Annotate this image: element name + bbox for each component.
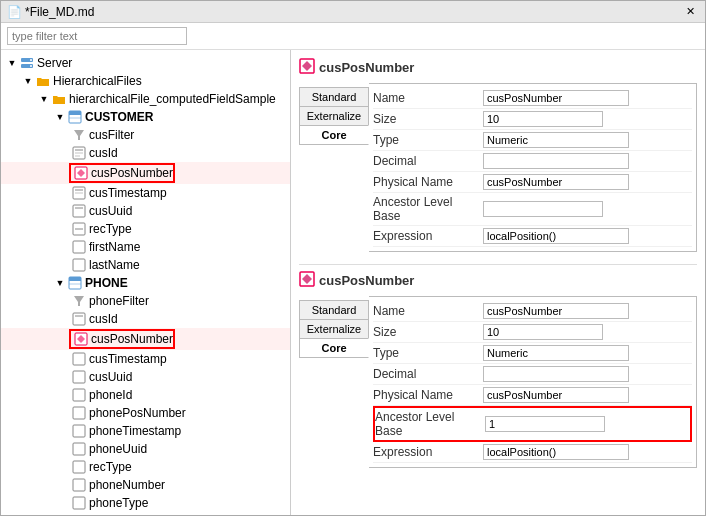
decimal-input[interactable]	[483, 153, 629, 169]
size2-input[interactable]	[483, 324, 603, 340]
svg-rect-21	[73, 259, 85, 271]
ancestor2-input[interactable]	[485, 416, 605, 432]
field-size-row: Size	[373, 109, 692, 130]
field-expr-row: Expression	[373, 226, 692, 247]
tree-item-server[interactable]: ▼ Server	[1, 54, 290, 72]
field2-decimal-row: Decimal	[373, 364, 692, 385]
section2-title-icon	[299, 271, 315, 290]
toggle-customer[interactable]: ▼	[53, 110, 67, 124]
firstname-icon	[71, 239, 87, 255]
tree-item-cusid[interactable]: cusId	[1, 144, 290, 162]
phonetimestamp-label: phoneTimestamp	[89, 424, 181, 438]
tree-item-phonetype[interactable]: phoneType	[1, 494, 290, 512]
name2-input[interactable]	[483, 303, 629, 319]
tree-item-phone[interactable]: ▼ PHONE	[1, 274, 290, 292]
tree-item-rectype[interactable]: recType	[1, 220, 290, 238]
tree-item-firstname[interactable]: firstName	[1, 238, 290, 256]
tree-item-phonenumber[interactable]: phoneNumber	[1, 476, 290, 494]
expr2-input[interactable]	[483, 444, 629, 460]
window-title: *File_MD.md	[25, 5, 678, 19]
tree-item-cusuuid[interactable]: cusUuid	[1, 202, 290, 220]
section2-title-text: cusPosNumber	[319, 273, 414, 288]
toggle-hf-sample[interactable]: ▼	[37, 92, 51, 106]
tree-item-phoneuuid[interactable]: phoneUuid	[1, 440, 290, 458]
type-input[interactable]	[483, 132, 629, 148]
lastname-icon	[71, 257, 87, 273]
toggle-hierarchicalfiles[interactable]: ▼	[21, 74, 35, 88]
rectype-label: recType	[89, 222, 132, 236]
field-decimal-row: Decimal	[373, 151, 692, 172]
type2-label: Type	[373, 346, 483, 360]
svg-marker-25	[74, 296, 84, 306]
toggle-server[interactable]: ▼	[5, 56, 19, 70]
ancestor-label: Ancestor Level Base	[373, 195, 483, 223]
tab1-externalize[interactable]: Externalize	[299, 106, 369, 125]
tab1-core[interactable]: Core	[299, 125, 369, 145]
filter-input[interactable]	[7, 27, 187, 45]
toggle-phone[interactable]: ▼	[53, 276, 67, 290]
svg-rect-34	[73, 443, 85, 455]
server-icon	[19, 55, 35, 71]
tree-item-phoneid[interactable]: phoneId	[1, 386, 290, 404]
tree-item-cusposnumber2[interactable]: cusPosNumber	[1, 328, 290, 350]
type2-input[interactable]	[483, 345, 629, 361]
server-label: Server	[37, 56, 72, 70]
svg-rect-32	[73, 407, 85, 419]
tree-item-phoneposnumber[interactable]: phonePosNumber	[1, 404, 290, 422]
tab2-core[interactable]: Core	[299, 338, 369, 358]
close-button[interactable]: ✕	[682, 4, 699, 19]
expr-input[interactable]	[483, 228, 629, 244]
rectype2-icon	[71, 459, 87, 475]
phoneposnumber-label: phonePosNumber	[89, 406, 186, 420]
tab1-standard[interactable]: Standard	[299, 87, 369, 106]
custimestamp2-icon	[71, 351, 87, 367]
size-label: Size	[373, 112, 483, 126]
filter-bar	[1, 23, 705, 50]
tree-item-lastname[interactable]: lastName	[1, 256, 290, 274]
name-label: Name	[373, 91, 483, 105]
tree-item-customer[interactable]: ▼ CUSTOMER	[1, 108, 290, 126]
tree-item-cusfilter[interactable]: cusFilter	[1, 126, 290, 144]
rectype-icon	[71, 221, 87, 237]
custimestamp-label: cusTimestamp	[89, 186, 167, 200]
cusid-label: cusId	[89, 146, 118, 160]
tab2-standard[interactable]: Standard	[299, 300, 369, 319]
section2-content: Standard Externalize Core Name Size	[299, 296, 697, 468]
section2-title: cusPosNumber	[299, 271, 697, 290]
field2-size-row: Size	[373, 322, 692, 343]
section1-content: Standard Externalize Core Name Size	[299, 83, 697, 252]
cusid-field-icon	[71, 145, 87, 161]
decimal2-label: Decimal	[373, 367, 483, 381]
tree-item-custimestamp[interactable]: cusTimestamp	[1, 184, 290, 202]
tree-item-cusposnumber1[interactable]: cusPosNumber	[1, 162, 290, 184]
phonetimestamp-icon	[71, 423, 87, 439]
tree-item-phonefilter[interactable]: phoneFilter	[1, 292, 290, 310]
tree-item-hierarchicalfiles[interactable]: ▼ HierarchicalFiles	[1, 72, 290, 90]
svg-rect-36	[73, 479, 85, 491]
decimal2-input[interactable]	[483, 366, 629, 382]
detail-panel: cusPosNumber Standard Externalize Core	[291, 50, 705, 515]
svg-rect-30	[73, 371, 85, 383]
svg-rect-31	[73, 389, 85, 401]
size-input[interactable]	[483, 111, 603, 127]
section1-tabs: Standard Externalize Core	[299, 83, 369, 252]
svg-point-3	[30, 65, 32, 67]
tree-item-custimestamp2[interactable]: cusTimestamp	[1, 350, 290, 368]
tab2-externalize[interactable]: Externalize	[299, 319, 369, 338]
name2-label: Name	[373, 304, 483, 318]
folder-blue-icon	[51, 91, 67, 107]
tree-item-cusid2[interactable]: cusId	[1, 310, 290, 328]
physname-input[interactable]	[483, 174, 629, 190]
expr-label: Expression	[373, 229, 483, 243]
cusfilter-label: cusFilter	[89, 128, 134, 142]
tree-item-rectype2[interactable]: recType	[1, 458, 290, 476]
physname2-input[interactable]	[483, 387, 629, 403]
tree-item-hf-sample[interactable]: ▼ hierarchicalFile_computedFieldSample	[1, 90, 290, 108]
tree-item-phonetimestamp[interactable]: phoneTimestamp	[1, 422, 290, 440]
type-label: Type	[373, 133, 483, 147]
tree-item-cusuuid2[interactable]: cusUuid	[1, 368, 290, 386]
field-name-row: Name	[373, 88, 692, 109]
name-input[interactable]	[483, 90, 629, 106]
ancestor-input[interactable]	[483, 201, 603, 217]
phoneposnumber-icon	[71, 405, 87, 421]
